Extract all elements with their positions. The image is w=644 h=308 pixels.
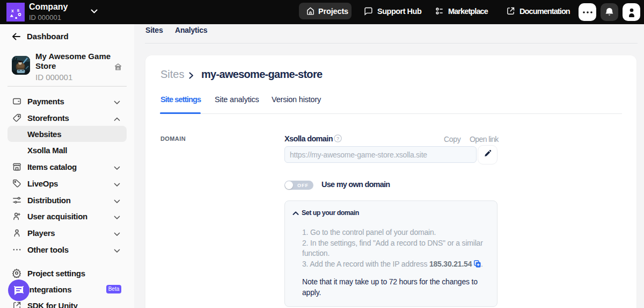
svg-text:s: s (17, 8, 20, 13)
svg-text:x: x (11, 8, 14, 13)
svg-text:?: ? (336, 136, 339, 141)
